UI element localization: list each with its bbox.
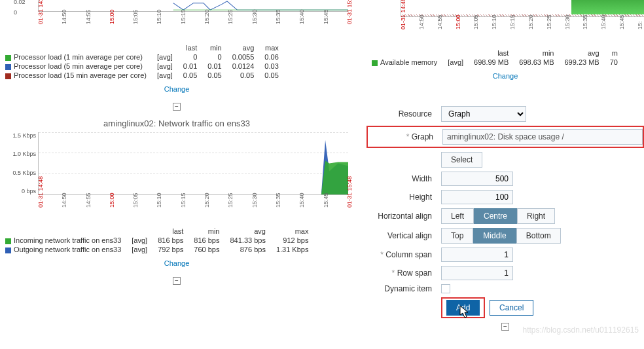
mem-xaxis: 01-31 14:48 14:50 14:55 15:00 15:05 15:1… — [367, 17, 644, 33]
table-row: Available memory [avg] 698.99 MB 698.63 … — [369, 58, 626, 67]
width-label: Width — [367, 174, 432, 183]
cpu-ylabel-0: 0.02 — [14, 0, 26, 5]
valign-middle[interactable]: Middle — [473, 228, 516, 244]
halign-label: Horizontal align — [367, 211, 432, 221]
height-label: Height — [367, 193, 432, 202]
table-row: Incoming network traffic on ens33 [avg] … — [3, 236, 316, 245]
collapse-button[interactable]: − — [501, 323, 509, 331]
table-row: Outgoing network traffic on ens33 [avg] … — [3, 245, 316, 254]
valign-label: Vertical align — [367, 231, 432, 240]
rowspan-input[interactable] — [441, 266, 513, 280]
cpu-xaxis: 01-31 14:48 14:50 14:55 15:00 15:05 15:1… — [0, 12, 353, 28]
svg-marker-1 — [321, 161, 348, 194]
add-button[interactable]: Add — [446, 300, 480, 316]
graph-input[interactable]: aminglinux02: Disk space usage / — [442, 129, 643, 145]
table-row: Processor load (5 min average per core) … — [3, 62, 287, 71]
table-row: Processor load (15 min average per core)… — [3, 71, 287, 80]
height-input[interactable] — [441, 190, 513, 204]
resource-select[interactable]: Graph — [441, 106, 526, 122]
cpu-legend-table: last min avg max Processor load (1 min a… — [3, 43, 287, 80]
halign-group: Left Centre Right — [441, 208, 555, 224]
cpu-change-link[interactable]: Change — [0, 85, 353, 93]
halign-left[interactable]: Left — [441, 208, 474, 224]
collapse-button[interactable]: − — [173, 277, 181, 285]
width-input[interactable] — [441, 172, 513, 186]
graph-label: Graph — [412, 132, 433, 141]
resource-label: Resource — [367, 109, 432, 119]
net-change-link[interactable]: Change — [0, 259, 353, 267]
dynamic-label: Dynamic item — [367, 284, 432, 293]
mem-legend-table: last min avg m Available memory [avg] 69… — [369, 48, 626, 67]
valign-bottom[interactable]: Bottom — [516, 228, 561, 244]
select-graph-button[interactable]: Select — [441, 152, 482, 168]
dynamic-checkbox[interactable] — [441, 284, 450, 293]
cancel-button[interactable]: Cancel — [490, 300, 533, 316]
net-chart: 1.5 Kbps 1.0 Kbps 0.5 Kbps 0 bps — [38, 132, 348, 195]
net-legend-table: last min avg max Incoming network traffi… — [3, 227, 316, 254]
halign-right[interactable]: Right — [517, 208, 555, 224]
mem-change-link[interactable]: Change — [367, 72, 644, 80]
colspan-label: Column span — [385, 250, 432, 259]
net-chart-title: aminglinux02: Network traffic on ens33 — [0, 119, 353, 128]
halign-centre[interactable]: Centre — [474, 208, 517, 224]
screen-item-form: Resource Graph Graph aminglinux02: Disk … — [367, 106, 644, 318]
net-xaxis: 01-31 14:48 14:50 14:55 15:00 15:05 15:1… — [0, 195, 353, 211]
colspan-input[interactable] — [441, 248, 513, 262]
valign-top[interactable]: Top — [441, 228, 473, 244]
table-row: Processor load (1 min average per core) … — [3, 52, 287, 62]
rowspan-label: Row span — [397, 268, 432, 278]
valign-group: Top Middle Bottom — [441, 228, 561, 244]
collapse-button[interactable]: − — [173, 103, 181, 111]
cpu-ylabel-1: 0 — [14, 9, 17, 16]
